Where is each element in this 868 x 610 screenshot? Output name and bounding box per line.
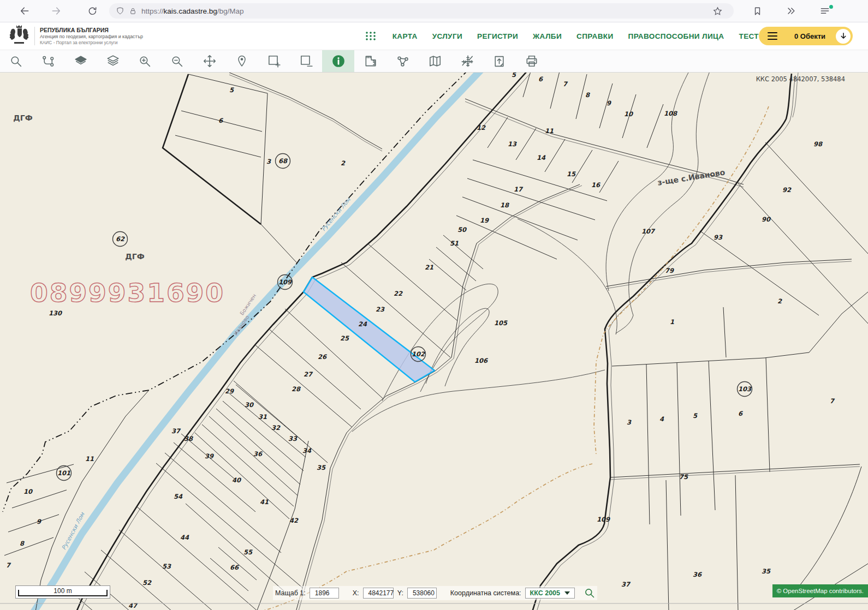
parcel-label: 21 [425,264,433,271]
tool-route[interactable] [32,50,64,72]
coordinate-search-button[interactable] [584,588,595,599]
parcel-label: 5 [693,412,698,420]
nav-registri[interactable]: РЕГИСТРИ [477,32,518,40]
search-icon [584,588,595,599]
parcel-label: 42 [289,517,299,524]
nav-karta[interactable]: КАРТА [393,32,418,40]
parcel-label: 30 [245,401,254,409]
parcel-label: 1 [670,318,674,326]
parcel-label: 92 [782,186,792,194]
nav-test[interactable]: ТЕСТ [739,32,759,40]
search-icon [9,55,23,68]
nav-zhalbi[interactable]: ЖАЛБИ [533,32,562,40]
parcel-label: 16 [591,181,601,189]
tool-coordinate-grid[interactable] [451,50,483,72]
tool-search[interactable] [0,50,32,72]
info-icon [331,54,346,68]
circled-parcel-label: 68 [278,157,288,165]
zoom-out-icon [170,55,184,68]
circled-parcel-label: 109 [278,278,292,286]
parcel-label: 79 [665,267,674,274]
browser-forward-button[interactable] [47,3,66,19]
tool-zoom-out[interactable] [161,50,193,72]
circled-parcel-label: 62 [116,235,125,243]
select-rect-add-icon [267,54,281,68]
parcel-label: 32 [271,424,281,432]
bookmark-star-icon[interactable] [712,6,723,16]
tool-select-remove[interactable] [290,50,322,72]
parcel-label: 66 [230,564,239,571]
coordinate-grid-icon [460,54,474,68]
parcel-label: 93 [714,234,723,241]
org-subtitle: Агенция по геодезия, картография и кадас… [40,34,143,40]
map-canvas[interactable]: 5632130567891012131415161117181910710898… [0,73,868,610]
browser-back-button[interactable] [15,3,34,19]
parcel-label: 39 [205,452,214,460]
x-label: X: [353,589,359,597]
nav-uslugi[interactable]: УСЛУГИ [432,32,462,40]
parcel-label: 5 [229,86,234,94]
parcel-label: 26 [318,353,327,361]
bookmark-save-icon [752,6,763,16]
scale-label: Мащаб 1: [275,589,306,597]
parcel-label: 109 [597,516,610,523]
parcel-label: 11 [545,127,554,135]
save-page-button[interactable] [748,3,766,19]
scale-value[interactable]: 1896 [310,588,339,599]
parcel-label: 35 [762,567,771,575]
map-container: 5632130567891012131415161117181910710898… [0,73,868,610]
parcel-label: 25 [340,334,349,342]
apps-grid-icon[interactable] [365,31,377,41]
url-bar[interactable]: https://kais.cadastre.bg/bg/Map [109,3,734,19]
browser-reload-button[interactable] [83,3,102,19]
tool-map-sheets[interactable] [419,50,451,72]
objects-button[interactable]: 0 Обекти [759,27,853,45]
parcel-label: 22 [394,290,403,297]
parcel-label: 12 [477,124,486,131]
tool-info[interactable] [322,50,354,72]
parcel-label: 9 [607,99,611,107]
parcel-label: 11 [85,455,94,463]
x-coordinate-value[interactable]: 4842177 [363,588,394,599]
tool-layers-outline[interactable] [97,50,129,72]
circled-parcel-label: 102 [412,350,425,358]
nav-pravosposobni-litsa[interactable]: ПРАВОСПОСОБНИ ЛИЦА [628,32,724,40]
tool-print[interactable] [515,50,548,72]
parcel-label: 8 [20,540,25,547]
tool-zoom-in[interactable] [129,50,161,72]
parcel-label: 36 [253,450,263,458]
y-coordinate-value[interactable]: 538060 [407,588,437,599]
parcel-label: 108 [664,110,677,117]
parcel-label: 28 [292,385,301,393]
tool-measure-area[interactable] [387,50,419,72]
shield-icon [116,7,124,15]
parcel-label: 41 [260,498,269,506]
parcel-label: 33 [288,435,298,442]
layers-filled-icon [74,54,88,68]
osm-attribution[interactable]: © OpenStreetMap contributors. [772,584,868,597]
parcel-label: 2 [777,297,782,305]
tool-pan[interactable] [193,50,225,72]
parcel-label: 15 [567,170,576,178]
toolbar-overflow-button[interactable] [782,3,800,19]
tool-locate[interactable] [225,50,258,72]
route-nodes-icon [41,55,55,68]
browser-menu-button[interactable] [816,3,834,19]
parcel-label: 36 [693,571,702,578]
tool-export[interactable] [483,50,515,72]
tool-select-add[interactable] [258,50,290,72]
notification-dot [829,5,833,9]
crs-select[interactable]: ККС 2005 [525,588,575,599]
parcel-label: 3 [266,158,271,165]
parcel-label: 6 [218,117,223,124]
coat-of-arms-logo [9,24,29,48]
scale-bar: 100 m [15,585,110,599]
nav-spravki[interactable]: СПРАВКИ [576,32,614,40]
parcel-label: 50 [457,226,467,234]
parcel-label: 5 [512,73,516,79]
download-objects-button[interactable] [836,29,851,44]
tool-measure-length[interactable] [354,50,387,72]
tool-layers[interactable] [64,50,97,72]
ruler-icon [364,54,378,68]
location-pin-icon [235,55,248,68]
